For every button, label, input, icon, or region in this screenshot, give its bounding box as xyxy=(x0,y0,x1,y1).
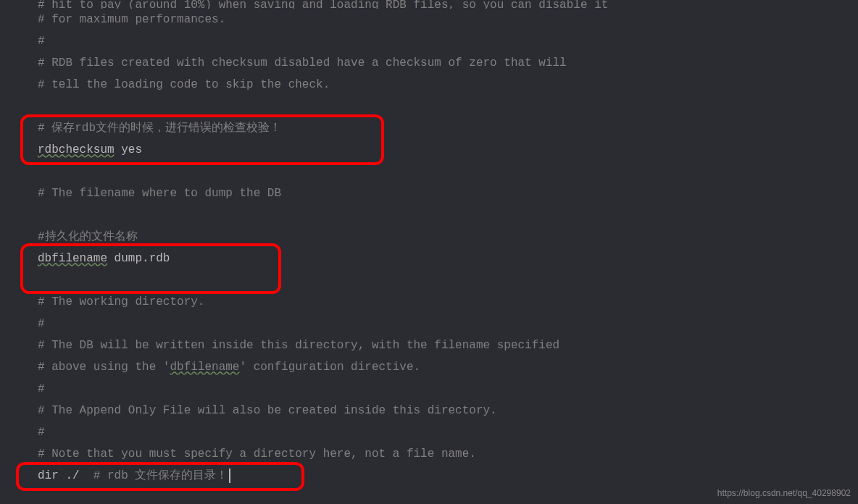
empty-line xyxy=(38,161,858,182)
code-line: # xyxy=(38,378,858,400)
code-line: # tell the loading code to skip the chec… xyxy=(38,74,858,96)
code-line: rdbchecksum yes xyxy=(38,139,858,161)
code-line: # hit to pay (around 10%) when saving an… xyxy=(38,0,858,9)
code-line: #持久化的文件名称 xyxy=(38,226,858,248)
comment-text: # RDB files created with checksum disabl… xyxy=(38,52,567,74)
comment-text: # xyxy=(38,313,45,335)
comment-text: # xyxy=(38,421,45,443)
code-line: dir ./ # rdb 文件保存的目录！ xyxy=(38,465,858,487)
code-line: # Note that you must specify a directory… xyxy=(38,443,858,465)
comment-text: # xyxy=(38,378,45,400)
comment-text: # for maximum performances. xyxy=(38,9,225,30)
empty-line xyxy=(38,96,858,117)
empty-line xyxy=(38,269,858,291)
comment-text: # The DB will be written inside this dir… xyxy=(38,335,559,356)
comment-text: # xyxy=(38,30,45,52)
comment-text: # The filename where to dump the DB xyxy=(38,182,281,204)
text-cursor xyxy=(229,469,230,483)
comment-text: # above using the 'dbfilename' configura… xyxy=(38,356,420,378)
code-line: # xyxy=(38,313,858,335)
code-line: # xyxy=(38,30,858,52)
comment-text: # hit to pay (around 10%) when saving an… xyxy=(38,0,608,9)
code-line: # The Append Only File will also be crea… xyxy=(38,400,858,421)
comment-text: # tell the loading code to skip the chec… xyxy=(38,74,330,96)
code-line: # The filename where to dump the DB xyxy=(38,182,858,204)
watermark-text: https://blog.csdn.net/qq_40298902 xyxy=(717,488,851,498)
comment-text: # The working directory. xyxy=(38,291,204,313)
comment-text: # Note that you must specify a directory… xyxy=(38,443,476,465)
code-line: dbfilename dump.rdb xyxy=(38,248,858,269)
code-line: # above using the 'dbfilename' configura… xyxy=(38,356,858,378)
empty-line xyxy=(38,204,858,226)
config-directive: dir ./ xyxy=(38,465,93,487)
inline-comment: # rdb 文件保存的目录！ xyxy=(93,465,228,487)
code-line: # for maximum performances. xyxy=(38,9,858,30)
code-editor[interactable]: # hit to pay (around 10%) when saving an… xyxy=(0,0,858,487)
config-directive: rdbchecksum yes xyxy=(38,139,142,161)
comment-text: # 保存rdb文件的时候，进行错误的检查校验！ xyxy=(38,117,281,139)
comment-text: #持久化的文件名称 xyxy=(38,226,138,248)
code-line: # xyxy=(38,421,858,443)
code-line: # 保存rdb文件的时候，进行错误的检查校验！ xyxy=(38,117,858,139)
config-directive: dbfilename dump.rdb xyxy=(38,248,170,269)
code-line: # RDB files created with checksum disabl… xyxy=(38,52,858,74)
comment-text: # The Append Only File will also be crea… xyxy=(38,400,497,421)
code-line: # The working directory. xyxy=(38,291,858,313)
code-line: # The DB will be written inside this dir… xyxy=(38,335,858,356)
